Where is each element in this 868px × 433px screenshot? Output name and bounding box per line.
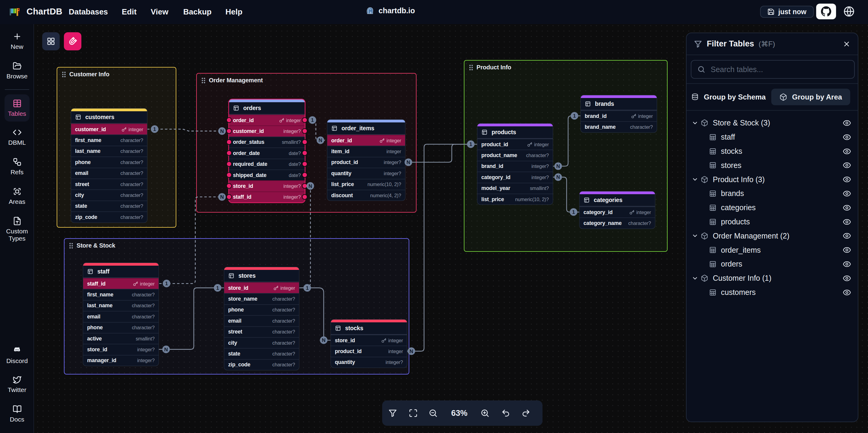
- svg-text:N: N: [407, 160, 410, 165]
- svg-text:N: N: [220, 128, 224, 134]
- svg-text:1: 1: [573, 113, 576, 119]
- svg-text:N: N: [322, 338, 326, 343]
- svg-text:N: N: [220, 194, 224, 200]
- svg-text:N: N: [556, 164, 560, 169]
- svg-text:N: N: [308, 183, 312, 189]
- svg-text:N: N: [164, 347, 168, 352]
- svg-text:1: 1: [572, 209, 575, 215]
- svg-text:N: N: [410, 349, 413, 354]
- svg-text:1: 1: [153, 126, 156, 132]
- svg-text:1: 1: [306, 285, 309, 291]
- svg-text:1: 1: [216, 285, 219, 291]
- svg-text:1: 1: [469, 141, 472, 147]
- svg-text:1: 1: [165, 281, 168, 286]
- svg-text:1: 1: [311, 117, 314, 123]
- svg-text:N: N: [318, 138, 322, 143]
- svg-text:N: N: [556, 174, 560, 180]
